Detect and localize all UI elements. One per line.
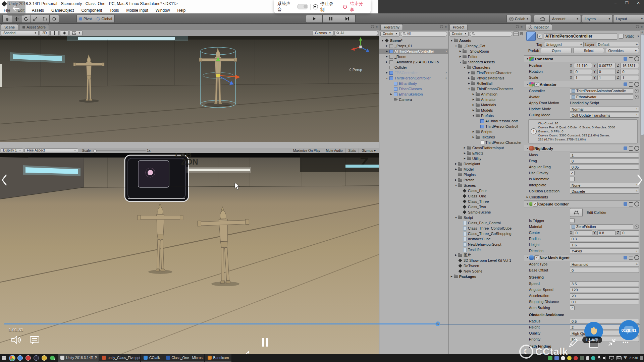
project-item-scripts[interactable]: ▶Scripts xyxy=(448,129,524,134)
close-button[interactable]: ✕ xyxy=(633,0,644,6)
hierarchy-item-_props_01[interactable]: ▶_Props_01 xyxy=(379,43,448,49)
hierarchy-item-thirdpersoncontroller[interactable]: ▼ThirdPersonController› xyxy=(379,75,448,81)
taskbar-app-untiy_class_five-ppt[interactable]: untiy_Class_Five.ppt... xyxy=(99,354,140,362)
object-picker-icon[interactable] xyxy=(635,89,639,93)
lighting-toggle[interactable] xyxy=(50,31,59,36)
annotate-button[interactable] xyxy=(568,338,578,349)
step-button[interactable] xyxy=(339,15,356,23)
object-field[interactable]: ThirdPersonAnimatorControlle xyxy=(570,88,633,94)
foldout-arrow-icon[interactable]: ▼ xyxy=(472,115,475,117)
tab-asset-store[interactable]: Asset Store xyxy=(19,24,49,30)
game-button-stats[interactable]: Stats xyxy=(345,148,359,153)
end-share-button[interactable]: 结束分享 xyxy=(350,1,367,13)
game-button-maximize-on-play[interactable]: Maximize On Play xyxy=(290,148,323,153)
foldout-arrow-icon[interactable]: ▶ xyxy=(526,196,529,198)
tag-dropdown[interactable]: Untagged xyxy=(544,42,584,47)
foldout-arrow-icon[interactable]: ▼ xyxy=(454,45,458,47)
vector-field-z[interactable]: 1 xyxy=(621,75,639,80)
hierarchy-search-input[interactable]: All xyxy=(401,31,447,37)
project-item-thirdpersoncharacter[interactable]: ThirdPersonCharacter xyxy=(448,140,524,145)
layout-dropdown[interactable]: Layout▾ xyxy=(613,15,644,23)
foldout-arrow-icon[interactable]: ▶ xyxy=(454,168,458,171)
scene-search-input[interactable]: All xyxy=(334,31,378,36)
play-button[interactable] xyxy=(306,15,323,23)
project-item-dotween[interactable]: DoTween xyxy=(448,263,524,268)
foldout-arrow-icon[interactable]: ▼ xyxy=(526,147,529,149)
hierarchy-item-aithirdpersoncontroller[interactable]: ▶AIThirdPersonController› xyxy=(379,49,448,54)
game-button-mute-audio[interactable]: Mute Audio xyxy=(323,148,345,153)
foldout-arrow-icon[interactable]: ▼ xyxy=(459,61,462,63)
project-item-physicsmaterials[interactable]: ▶PhysicsMaterials xyxy=(448,75,524,81)
project-item-class_two[interactable]: Class_Two xyxy=(448,204,524,209)
start-button[interactable] xyxy=(0,354,8,362)
component-enabled-checkbox[interactable]: ✓ xyxy=(533,202,538,206)
checkbox[interactable]: ✓ xyxy=(570,171,575,175)
prefab-select-button[interactable]: Select xyxy=(573,48,604,53)
gear-icon[interactable] xyxy=(634,255,639,260)
taskbar-app-cctalk[interactable]: CCtalk xyxy=(141,354,163,362)
static-checkbox[interactable] xyxy=(619,34,624,39)
vector-field-x[interactable]: 0 xyxy=(574,69,592,74)
hierarchy-item-ethanglasses[interactable]: EthanGlasses xyxy=(379,86,448,92)
minimize-button[interactable]: – xyxy=(610,0,621,6)
tab-scene[interactable]: Scene xyxy=(1,24,18,30)
prefab-chevron-icon[interactable]: › xyxy=(445,70,447,74)
clock[interactable]: 21:30 xyxy=(629,356,638,360)
vector-field-y[interactable]: 0 xyxy=(597,69,616,74)
project-item-standard-assets[interactable]: ▼Standard Assets xyxy=(448,59,524,65)
foldout-arrow-icon[interactable]: ▶ xyxy=(454,163,458,165)
project-item-model[interactable]: ▶Model xyxy=(448,167,524,172)
gear-icon[interactable] xyxy=(634,146,639,151)
project-item-rollerball[interactable]: ▶RollerBall xyxy=(448,81,524,86)
project-item-prefabs[interactable]: ▼Prefabs xyxy=(448,113,524,118)
more-options-button[interactable]: ••• xyxy=(623,340,629,345)
project-item-3d-showroom-level-kit-vol-1[interactable]: 3D Showroom Level Kit Vol 1 xyxy=(448,258,524,263)
hierarchy-item-ethanbody[interactable]: EthanBody xyxy=(379,81,448,86)
pane-menu-icon[interactable]: ≡ xyxy=(641,25,643,28)
menu-assets[interactable]: Assets xyxy=(28,8,48,13)
project-item-testlife[interactable]: TestLife xyxy=(448,247,524,252)
shading-dropdown[interactable]: Shaded▾ xyxy=(1,31,39,36)
prefab-open-button[interactable]: Open xyxy=(541,48,572,53)
foldout-arrow-icon[interactable]: ▶ xyxy=(385,61,389,63)
preset-icon[interactable] xyxy=(629,202,633,206)
pivot-toggle[interactable]: Pivot xyxy=(76,15,94,23)
project-item-class_four[interactable]: Class_Four xyxy=(448,188,524,193)
preset-icon[interactable] xyxy=(629,82,633,87)
project-item-newbehaviourscript[interactable]: NewBehaviourScript xyxy=(448,242,524,247)
foldout-arrow-icon[interactable]: ▼ xyxy=(526,203,529,205)
dropdown-field[interactable]: Discrete xyxy=(570,189,639,194)
chat-button[interactable] xyxy=(30,336,40,346)
global-toggle[interactable]: Global xyxy=(94,15,115,23)
project-item-materials[interactable]: ▶Materials xyxy=(448,102,524,108)
object-field[interactable]: EthanAvatar xyxy=(570,95,633,100)
project-item-class_three[interactable]: Class_Three xyxy=(448,199,524,204)
player-prev-button[interactable] xyxy=(1,174,7,188)
vector-field-y[interactable]: 1 xyxy=(597,75,616,80)
value-field[interactable]: 120 xyxy=(570,287,639,292)
collab-button[interactable]: ✓Collab▾ xyxy=(506,15,531,23)
lock-icon[interactable] xyxy=(371,25,374,28)
active-checkbox[interactable]: ✓ xyxy=(537,34,542,39)
value-field[interactable]: 20 xyxy=(570,293,639,298)
menu-help[interactable]: Help xyxy=(174,8,190,13)
component-header-rigidbody[interactable]: ▼Rigidbody xyxy=(524,145,641,152)
pane-menu-icon[interactable]: ≡ xyxy=(445,25,447,28)
object-picker-icon[interactable] xyxy=(635,225,639,229)
player-progress-bar[interactable] xyxy=(4,323,640,325)
pane-menu-icon[interactable]: ≡ xyxy=(376,25,378,28)
project-item-characters[interactable]: ▼Characters xyxy=(448,65,524,70)
cloud-button[interactable] xyxy=(534,15,551,23)
help-icon[interactable] xyxy=(624,82,627,86)
help-icon[interactable] xyxy=(624,146,627,150)
foldout-arrow-icon[interactable]: ▶ xyxy=(472,104,475,106)
tab-inspector[interactable]: iInspector xyxy=(525,24,552,30)
netease-music-icon[interactable] xyxy=(24,354,32,362)
inspector-scrollbar[interactable]: ▲ xyxy=(640,30,644,354)
menu-component[interactable]: Component xyxy=(77,8,106,13)
foldout-arrow-icon[interactable]: ▶ xyxy=(467,71,471,74)
project-item-editor[interactable]: ▶Editor xyxy=(448,54,524,59)
gear-icon[interactable] xyxy=(634,56,639,61)
foldout-arrow-icon[interactable]: ▼ xyxy=(526,58,529,60)
prefab-chevron-icon[interactable]: › xyxy=(445,49,447,53)
